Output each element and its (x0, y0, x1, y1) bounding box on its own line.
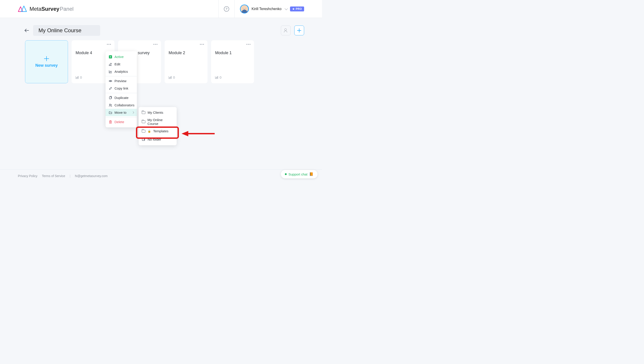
book-icon: 📙 (309, 172, 314, 176)
collaborators-icon (284, 29, 288, 33)
app-header: MetaSurveyPanel ? Kirill Tereshchenko ★ … (0, 0, 322, 18)
card-title: Module 4 (76, 51, 110, 55)
card-footer: 0 (76, 75, 110, 79)
menu-copy-link[interactable]: Copy link (106, 85, 137, 92)
user-name: Kirill Tereshchenko (252, 7, 282, 11)
logo-icon (18, 6, 27, 12)
help-icon: ? (224, 6, 229, 12)
submenu-folder-my-online-course[interactable]: My Online Course (139, 116, 177, 127)
user-menu[interactable]: Kirill Tereshchenko ★ PRO (234, 5, 304, 14)
card-title: Module 1 (215, 51, 250, 55)
card-count: 0 (173, 75, 175, 79)
toolbar: My Online Course (0, 18, 322, 40)
footer-privacy[interactable]: Privacy Policy (18, 174, 37, 178)
menu-collaborators[interactable]: Collaborators (106, 101, 137, 109)
star-icon: ★ (292, 8, 295, 11)
pro-badge: ★ PRO (290, 7, 304, 12)
card-footer: 0 (215, 75, 250, 79)
svg-rect-2 (109, 97, 111, 99)
folder-icon (109, 111, 112, 114)
menu-separator (106, 93, 137, 93)
footer-separator: | (70, 174, 70, 178)
new-survey-label: New survey (35, 63, 58, 68)
submenu-folder-my-clients[interactable]: My Clients (139, 109, 177, 116)
lock-icon: 🔒 (148, 130, 151, 133)
folder-icon (142, 130, 145, 132)
card-dropdown-menu: Active Edit Analytics Preview Copy link … (106, 51, 137, 127)
menu-separator (106, 76, 137, 76)
collaborators-button[interactable] (281, 26, 291, 35)
card-footer: 0 (168, 75, 204, 79)
move-to-submenu: My Clients My Online Course 🔒 Templates … (139, 107, 177, 145)
chart-icon (215, 76, 218, 79)
plus-icon (297, 29, 301, 33)
status-dot-icon (285, 173, 287, 175)
footer: Privacy Policy Terms of Service | hi@get… (0, 169, 322, 182)
plus-icon (44, 56, 49, 61)
survey-card[interactable]: Module 2 0 (164, 40, 208, 83)
logo[interactable]: MetaSurveyPanel (18, 6, 74, 12)
survey-card[interactable]: Module 1 0 (211, 40, 254, 83)
play-icon (109, 55, 112, 59)
collaborators-icon (109, 103, 112, 107)
logo-text: MetaSurveyPanel (30, 6, 74, 12)
menu-analytics[interactable]: Analytics (106, 68, 137, 75)
analytics-icon (109, 70, 112, 73)
folder-icon (142, 120, 145, 123)
avatar (240, 5, 249, 14)
add-button[interactable] (294, 26, 304, 35)
menu-active[interactable]: Active (106, 53, 137, 60)
annotation-arrow (182, 131, 215, 136)
new-survey-card[interactable]: New survey (25, 40, 68, 83)
duplicate-icon (109, 96, 112, 100)
card-menu-button[interactable] (154, 44, 158, 45)
folder-title[interactable]: My Online Course (33, 25, 100, 36)
folder-icon (142, 111, 145, 114)
edit-icon (109, 62, 112, 66)
menu-delete[interactable]: Delete (106, 118, 137, 126)
footer-email[interactable]: hi@getmetasurvey.com (75, 174, 108, 178)
trash-icon (109, 120, 112, 124)
chart-icon (76, 76, 79, 79)
chevron-down-icon (285, 7, 288, 10)
menu-duplicate[interactable]: Duplicate (106, 94, 137, 101)
footer-terms[interactable]: Terms of Service (42, 174, 65, 178)
svg-point-3 (110, 104, 111, 105)
support-chat-button[interactable]: Support chat 📙 (281, 170, 318, 178)
card-menu-button[interactable] (107, 44, 111, 45)
submenu-no-folder[interactable]: No folder (139, 135, 177, 145)
survey-cards: New survey Module 4 0 survey Module 2 0 … (0, 40, 322, 83)
card-count: 0 (220, 75, 222, 79)
menu-edit[interactable]: Edit (106, 60, 137, 68)
menu-separator (106, 117, 137, 117)
card-title: Module 2 (168, 51, 204, 55)
eye-icon (109, 79, 112, 83)
link-icon (109, 87, 112, 90)
svg-point-1 (110, 80, 111, 81)
help-button[interactable]: ? (218, 0, 234, 18)
menu-preview[interactable]: Preview (106, 77, 137, 85)
card-menu-button[interactable] (200, 44, 204, 45)
submenu-folder-templates[interactable]: 🔒 Templates (139, 127, 177, 135)
chart-icon (168, 76, 172, 79)
chevron-right-icon (132, 111, 134, 114)
no-folder-icon (142, 138, 145, 141)
back-button[interactable] (25, 29, 30, 32)
card-count: 0 (80, 75, 82, 79)
card-menu-button[interactable] (246, 44, 250, 45)
menu-move-to[interactable]: Move to (106, 109, 137, 116)
